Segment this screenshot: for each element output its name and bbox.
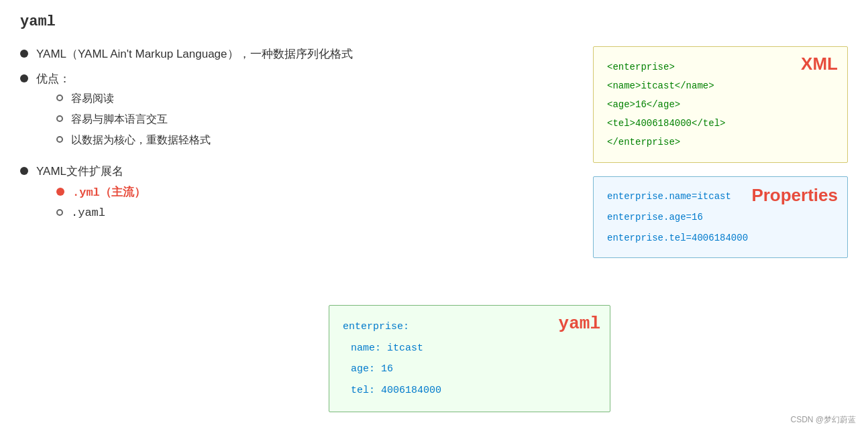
xml-line-0: <enterprise> bbox=[607, 58, 834, 76]
bullet-dot-3 bbox=[20, 167, 28, 175]
xml-label: XML bbox=[801, 54, 838, 74]
watermark: CSDN @梦幻蔚蓝 bbox=[790, 414, 856, 426]
properties-label: Properties bbox=[751, 185, 838, 206]
sub-list-item-3: 以数据为核心，重数据轻格式 bbox=[56, 133, 211, 147]
xml-line-1: <name>itcast</name> bbox=[607, 76, 834, 95]
bullet-text-2: 优点： bbox=[36, 72, 70, 85]
sub-list-item-2: 容易与脚本语言交互 bbox=[56, 113, 211, 127]
prop-line-1: enterprise.age=16 bbox=[607, 207, 834, 228]
xml-line-3: <tel>4006184000</tel> bbox=[607, 114, 834, 133]
yaml-line-3: tel: 4006184000 bbox=[343, 380, 596, 402]
bullet-text-1: YAML（YAML Ain't Markup Language），一种数据序列化… bbox=[36, 46, 353, 62]
bullet-dot-1 bbox=[20, 50, 28, 58]
properties-box: Properties enterprise.name=itcast enterp… bbox=[593, 176, 848, 258]
list-item-1: YAML（YAML Ain't Markup Language），一种数据序列化… bbox=[20, 46, 436, 62]
xml-line-4: </enterprise> bbox=[607, 133, 834, 151]
yaml-line-2: age: 16 bbox=[343, 359, 596, 380]
sub-bullet-dot-2 bbox=[56, 115, 63, 122]
yaml-box-container: yaml enterprise: name: itcast age: 16 te… bbox=[288, 298, 610, 412]
ext-item-yml: .yml（主流） bbox=[56, 184, 146, 200]
bullet-dot-2 bbox=[20, 74, 28, 82]
yaml-line-1: name: itcast bbox=[343, 338, 596, 359]
list-item-2: 优点： 容易阅读 容易与脚本语言交互 以数据为核心，重数据轻格式 bbox=[20, 71, 436, 154]
prop-line-2: enterprise.tel=4006184000 bbox=[607, 228, 834, 249]
yaml-text: .yaml bbox=[71, 206, 105, 219]
sub-text-2: 容易与脚本语言交互 bbox=[71, 113, 168, 127]
sub-text-3: 以数据为核心，重数据轻格式 bbox=[71, 133, 211, 147]
sub-bullet-dot-3 bbox=[56, 136, 63, 143]
xml-line-2: <age>16</age> bbox=[607, 95, 834, 114]
ext-item-yaml: .yaml bbox=[56, 206, 146, 219]
bullet-dot-red bbox=[56, 188, 64, 196]
ext-list: .yml（主流） .yaml bbox=[56, 184, 146, 219]
sub-list-item-1: 容易阅读 bbox=[56, 92, 211, 106]
xml-box: XML <enterprise> <name>itcast</name> <ag… bbox=[593, 46, 848, 163]
xml-code: <enterprise> <name>itcast</name> <age>16… bbox=[607, 58, 834, 151]
bullet-text-3: YAML文件扩展名 bbox=[36, 165, 123, 178]
main-bullet-list: YAML（YAML Ain't Markup Language），一种数据序列化… bbox=[20, 46, 436, 226]
sub-text-1: 容易阅读 bbox=[71, 92, 114, 106]
sub-list: 容易阅读 容易与脚本语言交互 以数据为核心，重数据轻格式 bbox=[56, 92, 211, 147]
yaml-label: yaml bbox=[559, 314, 600, 334]
list-item-3: YAML文件扩展名 .yml（主流） .yaml bbox=[20, 164, 436, 226]
page-title: yaml bbox=[20, 13, 848, 30]
yaml-box: yaml enterprise: name: itcast age: 16 te… bbox=[329, 305, 610, 412]
sub-bullet-dot-yaml bbox=[56, 209, 63, 216]
right-panel: XML <enterprise> <name>itcast</name> <ag… bbox=[593, 46, 848, 271]
sub-bullet-dot-1 bbox=[56, 95, 63, 101]
yml-text: .yml（主流） bbox=[72, 184, 146, 200]
